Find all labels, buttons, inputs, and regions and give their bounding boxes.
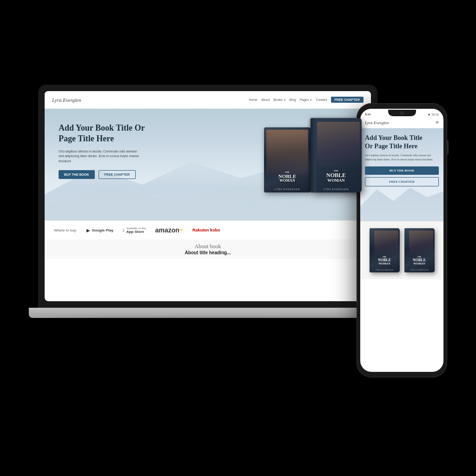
- phone-book-2-author: LYRA EVERGLEN: [404, 269, 435, 271]
- where-to-buy-section: Where to buy: ▶ Google Play  available …: [45, 220, 371, 239]
- phone-body: 9:41 ▲ ))) ||||| Lyra Everglen ≡ Add You…: [357, 103, 447, 377]
- phone-chapter-button[interactable]: FREE CHAPTER: [365, 177, 439, 186]
- phone-camera: [400, 111, 404, 115]
- phone-book-2-title: THE NOBLE WOMAN: [404, 256, 435, 265]
- about-heading: About title heading...: [54, 250, 362, 255]
- scene: Lyra Everglen Home About Books ∨ Blog Pa…: [29, 57, 447, 419]
- phone-device: 9:41 ▲ ))) ||||| Lyra Everglen ≡ Add You…: [357, 103, 447, 377]
- nav-links: Home About Books ∨ Blog Pages ∨ Contact …: [249, 97, 364, 103]
- book-tablet-title: THE NOBLE WOMAN: [264, 171, 311, 183]
- nav-home[interactable]: Home: [249, 98, 258, 101]
- phone-book-2: THE NOBLE WOMAN LYRA EVERGLEN: [404, 228, 435, 272]
- nav-cta-button[interactable]: FREE CHAPTER: [331, 97, 364, 103]
- hero-right: THE NOBLE WOMAN LYRA EVERGLEN: [259, 118, 362, 211]
- phone-book-1-title: THE NOBLE WOMAN: [370, 256, 400, 265]
- where-to-buy-label: Where to buy:: [54, 228, 77, 232]
- phone-time: 9:41: [365, 112, 371, 116]
- phone-hero: Add Your Book TitleOr Page Title Here Or…: [360, 128, 443, 221]
- laptop-body: Lyra Everglen Home About Books ∨ Blog Pa…: [38, 85, 377, 308]
- app-store[interactable]:  available on the App Store: [123, 227, 146, 234]
- book-tablet-author: LYRA EVERGLEN: [264, 188, 311, 191]
- website-nav: Lyra Everglen Home About Books ∨ Blog Pa…: [45, 91, 371, 109]
- book-hardcover-title: THE NOBLE WOMAN: [311, 170, 362, 183]
- phone-nav: Lyra Everglen ≡: [360, 117, 443, 128]
- free-chapter-button[interactable]: FREE CHAPTER: [99, 170, 136, 179]
- google-play-label: Google Play: [92, 228, 113, 232]
- phone-book-1-author: LYRA EVERGLEN: [370, 269, 400, 271]
- phone-hero-buttons: BUY THE BOOK FREE CHAPTER: [365, 166, 439, 186]
- laptop-device: Lyra Everglen Home About Books ∨ Blog Pa…: [38, 85, 377, 410]
- website-content: Lyra Everglen Home About Books ∨ Blog Pa…: [45, 91, 371, 301]
- amazon-logo: amazon~: [155, 226, 183, 234]
- laptop-base: [29, 308, 387, 318]
- rakuten-kobo-store[interactable]: Rakuten kobo: [192, 228, 220, 232]
- phone-book-1-face: [374, 231, 398, 255]
- app-store-label: App Store: [126, 230, 144, 234]
- phone-status-icons: ▲ ))) |||||: [428, 112, 439, 116]
- book-hardcover-author: LYRA EVERGLEN: [311, 188, 362, 191]
- phone-power-button: [447, 140, 449, 154]
- phone-buy-button[interactable]: BUY THE BOOK: [365, 166, 439, 175]
- hero-section: Add Your Book Title OrPage Title Here Or…: [45, 109, 371, 220]
- book-hardcover: THE NOBLE WOMAN LYRA EVERGLEN: [311, 118, 362, 192]
- phone-book-1: THE NOBLE WOMAN LYRA EVERGLEN: [370, 228, 400, 272]
- buy-book-button[interactable]: BUY THE BOOK: [59, 170, 95, 179]
- rakuten-kobo-logo: Rakuten kobo: [192, 228, 220, 232]
- hero-description: Orci dapibus ultrices in iaculis. Commod…: [59, 149, 142, 164]
- phone-hero-desc: Orci dapibus ultrices in iaculis. Commod…: [365, 153, 439, 162]
- nav-pages[interactable]: Pages ∨: [300, 98, 312, 102]
- nav-books[interactable]: Books ∨: [273, 98, 285, 102]
- google-play-icon: ▶: [86, 228, 90, 233]
- nav-contact[interactable]: Contact: [316, 98, 327, 101]
- nav-about[interactable]: About: [261, 98, 270, 101]
- book-hardcover-face: [317, 122, 360, 166]
- phone-nav-logo: Lyra Everglen: [365, 120, 389, 125]
- phone-hero-title: Add Your Book TitleOr Page Title Here: [365, 134, 439, 151]
- hero-buttons: BUY THE BOOK FREE CHAPTER: [59, 170, 259, 179]
- book-tablet: THE NOBLE WOMAN LYRA EVERGLEN: [264, 127, 311, 192]
- laptop-screen-bezel: Lyra Everglen Home About Books ∨ Blog Pa…: [45, 91, 371, 301]
- amazon-store[interactable]: amazon~: [155, 226, 183, 234]
- phone-books-section: THE NOBLE WOMAN LYRA EVERGLEN THE NOBLE: [360, 221, 443, 279]
- apple-icon: : [123, 228, 125, 233]
- about-cursive-label: About book: [54, 243, 362, 250]
- phone-book-2-face: [409, 231, 433, 255]
- book-face-silhouette: [266, 130, 308, 175]
- book-cover-face: [266, 130, 308, 175]
- nav-blog[interactable]: Blog: [290, 98, 296, 101]
- laptop-shadow: [43, 318, 391, 322]
- google-play-store[interactable]: ▶ Google Play: [86, 228, 113, 233]
- about-section-peek: About book About title heading...: [45, 239, 371, 259]
- hero-left: Add Your Book Title OrPage Title Here Or…: [59, 118, 259, 179]
- phone-screen: 9:41 ▲ ))) ||||| Lyra Everglen ≡ Add You…: [360, 109, 443, 372]
- phone-menu-icon[interactable]: ≡: [436, 119, 439, 126]
- hero-title: Add Your Book Title OrPage Title Here: [59, 123, 259, 145]
- nav-logo: Lyra Everglen: [52, 97, 81, 103]
